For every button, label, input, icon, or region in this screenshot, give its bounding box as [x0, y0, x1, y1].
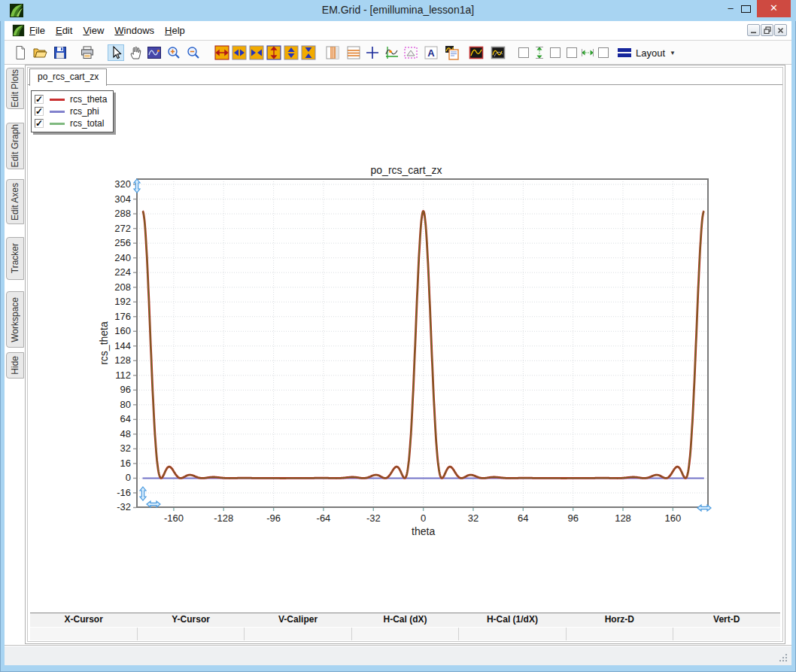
- v-limit-max-checkbox-icon: [548, 45, 563, 60]
- expand-x-button[interactable]: [214, 44, 230, 61]
- legend-swatch-rcs_total: [50, 123, 65, 125]
- sidebar-tab-hide[interactable]: Hide: [6, 352, 24, 379]
- h-limit-min-checkbox-icon: [564, 45, 579, 60]
- shrink-y-button[interactable]: [300, 44, 317, 61]
- title-bar[interactable]: EM.Grid - [emillumina_lesson1a] – ✕: [0, 0, 796, 21]
- menu-view[interactable]: View: [77, 23, 109, 38]
- tracker-button[interactable]: [384, 44, 400, 61]
- status-bar: [5, 645, 791, 665]
- sidebar-tab-label: Edit Plots: [10, 69, 20, 108]
- col-h-cal-dx: H-Cal (dX): [351, 613, 458, 627]
- mdi-restore-button[interactable]: [761, 24, 773, 36]
- toolbar: ALayout▼: [5, 40, 791, 65]
- tab-po-rcs-cart-zx[interactable]: po_rcs_cart_zx: [29, 68, 107, 86]
- sidebar-tab-edit-plots[interactable]: Edit Plots: [6, 68, 24, 109]
- maximize-button[interactable]: [741, 5, 751, 13]
- menu-help[interactable]: Help: [160, 23, 190, 38]
- open-icon: [32, 45, 47, 60]
- col-v-caliper: V-Caliper: [245, 613, 351, 627]
- sidebar-tab-label: Workspace: [10, 297, 20, 342]
- v-limit-min-checkbox-icon: [516, 45, 531, 60]
- shrink-x-button[interactable]: [248, 44, 265, 61]
- cursor-readout-table: X-Cursor Y-Cursor V-Caliper H-Cal (dX) H…: [30, 613, 780, 640]
- sidebar-tab-label: Edit Graph: [10, 124, 20, 167]
- app-window: EM.Grid - [emillumina_lesson1a] – ✕ File…: [0, 0, 796, 672]
- client-area: Edit PlotsEdit GraphEdit AxesTrackerWork…: [5, 65, 791, 645]
- sidebar-tab-edit-axes[interactable]: Edit Axes: [6, 179, 24, 224]
- resize-grip[interactable]: [778, 652, 788, 663]
- pan-icon: [128, 45, 143, 60]
- grow-x-icon: [232, 45, 247, 60]
- select-button[interactable]: [108, 44, 124, 61]
- grow-y-button[interactable]: [283, 44, 299, 61]
- text-label-button[interactable]: A: [423, 44, 439, 61]
- plot-legend: ✓rcs_theta✓rcs_phi✓rcs_total: [31, 90, 114, 132]
- grow-x-button[interactable]: [231, 44, 248, 61]
- fit-view-button[interactable]: [146, 44, 163, 61]
- plot-properties-icon: [445, 45, 460, 60]
- save-button[interactable]: [52, 44, 68, 61]
- mdi-minimize-button[interactable]: [747, 24, 760, 36]
- pan-button[interactable]: [127, 44, 144, 61]
- sidebar-tab-tracker[interactable]: Tracker: [6, 237, 24, 280]
- col-horz-d: Horz-D: [566, 613, 673, 627]
- print-button[interactable]: [79, 44, 96, 61]
- expand-y-button[interactable]: [266, 44, 282, 61]
- fit-view-icon: [147, 45, 162, 60]
- zoom-out-button[interactable]: [185, 44, 202, 61]
- legend-checkbox-rcs_phi[interactable]: ✓: [35, 107, 44, 116]
- h-fit-arrows-button[interactable]: [579, 44, 596, 61]
- layout-dropdown[interactable]: Layout▼: [617, 44, 676, 61]
- graph-style-2-button[interactable]: [490, 44, 506, 61]
- h-limit-max-checkbox-icon: [596, 45, 611, 60]
- graph-style-1-button[interactable]: [468, 44, 485, 61]
- col-y-cursor: Y-Cursor: [137, 613, 244, 627]
- h-limit-min-checkbox-button[interactable]: [564, 44, 580, 61]
- print-icon: [80, 45, 95, 60]
- legend-row-rcs_phi: ✓rcs_phi: [35, 105, 107, 117]
- v-fit-arrows-button[interactable]: [531, 44, 548, 61]
- graph-style-1-icon: [469, 45, 484, 60]
- legend-row-rcs_total: ✓rcs_total: [35, 117, 107, 129]
- vertical-markers-button[interactable]: [324, 44, 341, 61]
- legend-checkbox-rcs_total[interactable]: ✓: [35, 119, 44, 128]
- tracker-icon: [384, 45, 400, 60]
- legend-row-rcs_theta: ✓rcs_theta: [35, 93, 107, 105]
- crosshair-icon: [365, 45, 380, 60]
- open-button[interactable]: [32, 44, 48, 61]
- plot-properties-button[interactable]: [444, 44, 460, 61]
- zoom-in-button[interactable]: [166, 44, 182, 61]
- text-label-icon: A: [424, 45, 439, 60]
- mdi-child-icon: [12, 24, 25, 37]
- mdi-restore-icon: [764, 26, 771, 34]
- menu-file[interactable]: File: [24, 23, 50, 38]
- sidebar-tab-edit-graph[interactable]: Edit Graph: [6, 123, 24, 169]
- v-limit-max-checkbox-button[interactable]: [547, 44, 564, 61]
- new-icon: [13, 45, 28, 60]
- minimize-button[interactable]: –: [720, 0, 741, 18]
- caliper-button[interactable]: [403, 44, 419, 61]
- sidebar-tab-label: Tracker: [10, 243, 20, 273]
- horizontal-markers-icon: [346, 45, 361, 60]
- menu-windows[interactable]: Windows: [109, 23, 160, 38]
- horizontal-markers-button[interactable]: [345, 44, 362, 61]
- expand-x-icon: [214, 45, 229, 60]
- v-limit-min-checkbox-button[interactable]: [515, 44, 532, 61]
- close-button[interactable]: ✕: [757, 0, 791, 17]
- mdi-close-button[interactable]: [774, 24, 787, 36]
- new-button[interactable]: [12, 44, 29, 61]
- sidebar-tab-workspace[interactable]: Workspace: [6, 291, 24, 348]
- document-tab-bar: po_rcs_cart_zx: [28, 68, 782, 85]
- legend-checkbox-rcs_theta[interactable]: ✓: [35, 95, 44, 104]
- layout-caret-icon: ▼: [670, 50, 676, 56]
- shrink-x-icon: [249, 45, 264, 60]
- h-fit-arrows-icon: [580, 45, 595, 60]
- h-limit-max-checkbox-button[interactable]: [595, 44, 612, 61]
- vertical-markers-icon: [325, 45, 340, 60]
- crosshair-button[interactable]: [364, 44, 381, 61]
- caliper-icon: [403, 45, 418, 60]
- mdi-close-icon: [777, 27, 784, 34]
- col-x-cursor: X-Cursor: [30, 613, 137, 627]
- grow-y-icon: [284, 45, 299, 60]
- menu-edit[interactable]: Edit: [50, 23, 77, 38]
